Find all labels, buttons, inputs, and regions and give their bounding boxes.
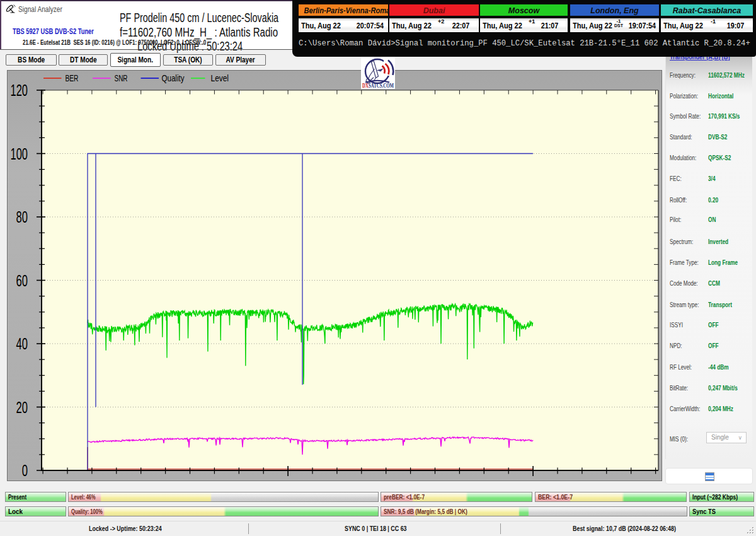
svg-text:Quality: Quality: [162, 73, 185, 83]
svg-text:100: 100: [11, 145, 28, 163]
svg-text:40: 40: [16, 335, 28, 352]
svg-text:Level: Level: [211, 73, 229, 83]
svg-text:BER: BER: [66, 73, 79, 83]
svg-text:SNR: SNR: [115, 73, 128, 83]
svg-text:20: 20: [16, 399, 28, 416]
svg-text:120: 120: [11, 81, 28, 99]
svg-text:60: 60: [16, 272, 28, 289]
svg-text:DXSATCS.COM: DXSATCS.COM: [362, 83, 394, 89]
svg-text:80: 80: [16, 208, 28, 226]
svg-text:0: 0: [22, 462, 28, 479]
